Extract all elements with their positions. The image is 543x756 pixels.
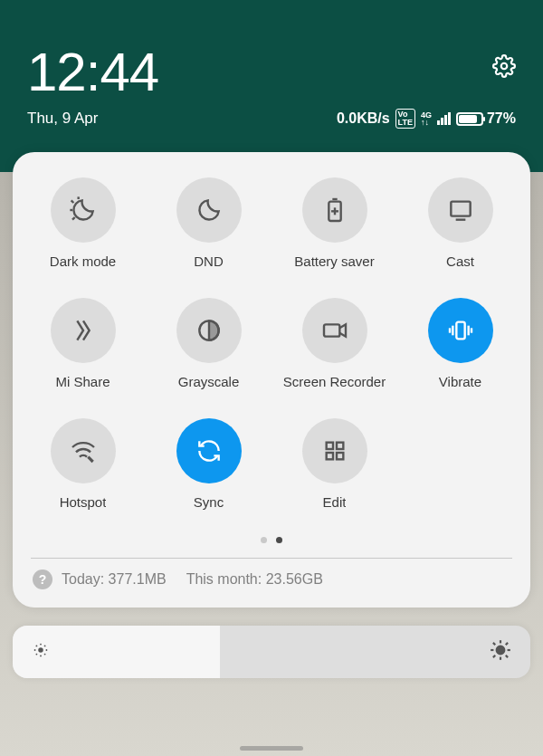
- svg-rect-12: [324, 324, 339, 336]
- tile-label: Battery saver: [294, 254, 374, 269]
- date-label: Thu, 9 Apr: [27, 110, 98, 128]
- tile-label: Vibrate: [439, 374, 481, 389]
- svg-point-26: [46, 649, 48, 651]
- vibrate-icon: [446, 316, 475, 345]
- tile-cast[interactable]: Cast: [397, 177, 523, 269]
- dark-mode-icon: [69, 196, 98, 225]
- tile-hotspot[interactable]: Hotspot: [20, 418, 146, 510]
- tile-grayscale[interactable]: Grayscale: [146, 298, 272, 389]
- signal-icon: [437, 112, 451, 125]
- tile-label: Cast: [446, 254, 474, 269]
- cast-icon: [446, 196, 475, 225]
- hotspot-icon: [69, 436, 98, 465]
- tile-label: Mi Share: [55, 374, 110, 389]
- brightness-high-icon: [489, 638, 512, 665]
- page-dot: [276, 537, 282, 543]
- tile-mi-share[interactable]: Mi Share: [20, 298, 146, 389]
- network-gen-icon: 4G↑↓: [421, 111, 432, 126]
- svg-rect-18: [326, 443, 332, 449]
- tile-screen-recorder[interactable]: Screen Recorder: [272, 298, 397, 389]
- svg-point-25: [34, 649, 36, 651]
- home-indicator[interactable]: [240, 746, 303, 751]
- svg-line-3: [72, 217, 75, 220]
- tile-sync[interactable]: Sync: [146, 418, 272, 510]
- quick-settings-panel: Dark mode DND Battery saver: [13, 152, 530, 608]
- tile-label: Grayscale: [178, 374, 240, 389]
- svg-line-38: [493, 656, 495, 657]
- tiles-grid: Dark mode DND Battery saver: [20, 177, 523, 510]
- tile-edit[interactable]: Edit: [272, 418, 397, 510]
- svg-rect-9: [451, 202, 470, 216]
- svg-rect-19: [337, 443, 343, 449]
- svg-point-27: [36, 646, 38, 647]
- svg-point-0: [501, 63, 508, 70]
- tile-label: Hotspot: [60, 494, 107, 510]
- sync-icon: [195, 436, 224, 465]
- tile-dark-mode[interactable]: Dark mode: [20, 177, 146, 269]
- gear-icon: [492, 54, 516, 78]
- svg-line-39: [506, 643, 508, 645]
- svg-point-22: [38, 647, 43, 653]
- svg-point-31: [497, 646, 505, 655]
- data-today: Today: 377.1MB: [62, 571, 167, 588]
- battery-plus-icon: [320, 196, 349, 225]
- notification-header: 12:44 Thu, 9 Apr 0.0KB/s VoLTE 4G↑↓ 77%: [0, 0, 543, 138]
- status-bar: 0.0KB/s VoLTE 4G↑↓ 77%: [337, 109, 516, 129]
- svg-rect-21: [337, 453, 343, 459]
- moon-icon: [195, 196, 224, 225]
- svg-rect-20: [326, 453, 332, 459]
- settings-button[interactable]: [492, 54, 516, 81]
- svg-line-36: [493, 643, 495, 645]
- mi-share-icon: [69, 316, 98, 345]
- svg-rect-13: [456, 322, 464, 340]
- svg-line-1: [71, 200, 73, 203]
- tile-label: DND: [194, 254, 224, 269]
- clock: 12:44: [27, 45, 158, 100]
- brightness-slider[interactable]: [13, 626, 530, 678]
- brightness-low-icon: [31, 640, 51, 664]
- tile-label: Sync: [194, 494, 224, 510]
- grayscale-icon: [195, 316, 224, 345]
- camera-icon: [320, 316, 349, 345]
- data-month: This month: 23.56GB: [186, 571, 323, 588]
- grid-icon: [320, 436, 349, 465]
- tile-label: Dark mode: [50, 254, 116, 269]
- battery-icon: [456, 112, 483, 126]
- svg-point-23: [40, 644, 42, 646]
- svg-point-29: [36, 654, 38, 656]
- svg-line-37: [506, 656, 508, 657]
- tile-vibrate[interactable]: Vibrate: [397, 298, 523, 389]
- help-icon: ?: [33, 569, 52, 589]
- page-indicator[interactable]: [20, 537, 523, 543]
- page-dot: [261, 537, 267, 543]
- svg-point-24: [40, 656, 42, 657]
- tile-label: Edit: [323, 494, 347, 510]
- data-usage-row[interactable]: ? Today: 377.1MB This month: 23.56GB: [20, 559, 523, 595]
- battery-percent: 77%: [487, 110, 516, 127]
- volte-icon: VoLTE: [395, 109, 415, 129]
- svg-point-28: [44, 646, 46, 647]
- tile-battery-saver[interactable]: Battery saver: [272, 177, 397, 269]
- svg-point-30: [44, 654, 46, 656]
- network-speed: 0.0KB/s: [337, 110, 390, 127]
- tile-dnd[interactable]: DND: [146, 177, 272, 269]
- tile-label: Screen Recorder: [283, 374, 386, 389]
